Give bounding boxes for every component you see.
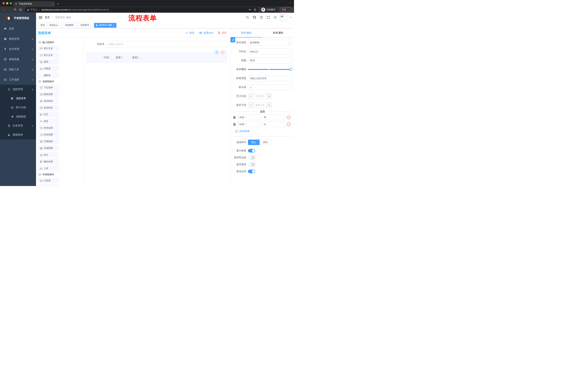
checkbox-unchecked-icon[interactable]	[128, 56, 131, 59]
copy-component-button[interactable]	[215, 50, 219, 54]
avatar[interactable]	[280, 14, 287, 21]
palette-item-date-range[interactable]: 日期范围	[38, 145, 59, 151]
palette-item-checkbox-group[interactable]: 多选框组	[38, 105, 59, 110]
add-option-button[interactable]: 添加选项	[235, 130, 292, 133]
palette-item-select[interactable]: 下拉选择	[38, 85, 59, 90]
search-icon[interactable]	[245, 15, 249, 20]
palette-item-switch[interactable]: 开关	[38, 112, 59, 117]
remove-option-button[interactable]: −	[287, 116, 291, 119]
palette-item-date-picker[interactable]: 日期选择	[38, 139, 59, 144]
sidebar-item-workflow[interactable]: 工作流程 ∧	[0, 74, 36, 85]
option-value-input[interactable]	[262, 122, 285, 127]
tab-search-caret-icon[interactable]: ˅	[290, 2, 291, 4]
not-secure-label[interactable]: 不安全	[30, 8, 37, 11]
browser-menu-dots-icon[interactable]: ⋮	[288, 8, 290, 11]
sidebar-item-process-model[interactable]: 流程模型	[0, 112, 36, 121]
sidebar-item-user-group[interactable]: 用户分组	[0, 103, 36, 112]
sidebar-item-system[interactable]: 系统管理 ∨	[0, 34, 36, 44]
palette-item-password[interactable]: 密码	[38, 59, 59, 65]
tag-close-icon[interactable]: ×	[113, 24, 115, 26]
browser-update-button[interactable]: 更新 ⋮	[280, 7, 292, 12]
breadcrumb-home[interactable]: 首页	[45, 16, 50, 19]
sidebar-item-devtools[interactable]: 研发工具 ∨	[0, 64, 36, 74]
bookmark-star-icon[interactable]	[254, 8, 257, 11]
save-button[interactable]: 保存	[185, 31, 194, 35]
tag-close-icon[interactable]: ×	[90, 24, 91, 26]
reload-button[interactable]: ⟳	[13, 7, 18, 12]
help-icon[interactable]	[259, 15, 263, 20]
increase-button[interactable]: +	[266, 93, 272, 99]
border-switch[interactable]	[248, 156, 255, 159]
sidebar-item-infrastructure[interactable]: 基础设施 ∨	[0, 54, 36, 64]
sidebar-item-process-management[interactable]: 流程管理 ∧	[0, 85, 36, 94]
gender-option-2[interactable]: 选项二	[128, 56, 139, 59]
option-value-input[interactable]	[262, 115, 285, 120]
palette-item-time-range[interactable]: 时间范围	[38, 132, 59, 138]
tab-component-props[interactable]: 组件属性	[231, 28, 262, 37]
forward-button[interactable]: →	[7, 7, 12, 12]
github-icon[interactable]	[252, 15, 256, 20]
sidebar-item-leave-query[interactable]: 请假查询	[0, 130, 36, 139]
password-key-icon[interactable]	[249, 8, 252, 11]
fullscreen-icon[interactable]	[266, 15, 270, 20]
decrease-button[interactable]: −	[248, 93, 254, 99]
required-switch[interactable]	[248, 170, 255, 173]
slider-track[interactable]	[248, 69, 292, 70]
palette-item-upload[interactable]: 上传	[38, 166, 59, 171]
tag-home[interactable]: 首页	[39, 23, 47, 28]
palette-item-cascader[interactable]: 级联选择	[38, 92, 59, 97]
default-value-input[interactable]	[248, 84, 292, 90]
style-default-button[interactable]: 默认	[248, 139, 260, 145]
max-select-value[interactable]: 最多可选	[254, 102, 266, 108]
tab-form-props[interactable]: 表单属性	[262, 28, 294, 37]
checkbox-unchecked-icon[interactable]	[112, 56, 114, 59]
delete-component-button[interactable]	[221, 50, 225, 54]
label-width-input[interactable]	[248, 75, 292, 81]
style-button-button[interactable]: 按钮	[260, 139, 271, 145]
sidebar-item-home[interactable]: 首页	[0, 24, 36, 34]
view-json-button[interactable]: 查看json	[199, 31, 213, 35]
palette-item-editor[interactable]: 编辑器	[38, 73, 59, 78]
canvas-field-gender-selected[interactable]: 性别 选项一 选项二	[86, 52, 227, 63]
drag-handle-icon[interactable]	[233, 123, 236, 126]
field-name-input[interactable]	[248, 49, 292, 54]
show-label-switch[interactable]	[248, 149, 255, 152]
phone-input[interactable]	[106, 41, 228, 47]
palette-item-slider[interactable]: 滑块	[38, 118, 59, 124]
max-select-stepper[interactable]: −最多可选+	[248, 102, 272, 108]
palette-item-radio-group[interactable]: 单选框组	[38, 98, 59, 104]
disabled-switch[interactable]	[248, 163, 255, 166]
grid-slider[interactable]	[248, 66, 292, 72]
palette-item-row-container[interactable]: 行容器	[38, 178, 59, 183]
window-controls[interactable]	[2, 2, 12, 4]
new-tab-button[interactable]: +	[57, 2, 59, 6]
palette-item-button[interactable]: 按钮	[38, 185, 59, 186]
decrease-button[interactable]: −	[248, 102, 254, 108]
zoom-window-button[interactable]	[10, 2, 12, 4]
tag-process-form[interactable]: 流程表单×	[79, 23, 93, 28]
palette-item-single-line-text[interactable]: 单行文本	[38, 46, 59, 51]
tag-process-form-edit[interactable]: 流程表单-编辑×	[94, 23, 116, 28]
tag-close-icon[interactable]: ×	[59, 24, 60, 26]
increase-button[interactable]: +	[266, 102, 272, 108]
canvas-field-phone[interactable]: 手机号	[85, 41, 228, 47]
close-window-button[interactable]	[2, 2, 5, 4]
font-size-icon[interactable]: тT	[273, 15, 277, 20]
tag-close-icon[interactable]: ×	[74, 24, 76, 26]
min-select-stepper[interactable]: −至少应选+	[248, 93, 272, 99]
tab-close-icon[interactable]: ×	[52, 2, 53, 5]
component-type-select[interactable]: 多选框组∨	[248, 40, 292, 45]
back-button[interactable]: ←	[2, 7, 7, 12]
slider-handle[interactable]	[289, 68, 292, 71]
remove-option-button[interactable]: −	[287, 122, 291, 126]
collapse-sidebar-icon[interactable]	[39, 15, 42, 20]
sidebar-item-process-form[interactable]: 流程表单	[0, 94, 36, 103]
sidebar-item-task-management[interactable]: 任务管理 ∨	[0, 121, 36, 130]
avatar-caret-icon[interactable]: ▼	[290, 17, 292, 18]
address-bar[interactable]: 不安全 | dashboard.yudao.iocoder.cn/bpm/man…	[25, 7, 259, 12]
tag-process-model[interactable]: 流程模型×	[63, 23, 77, 28]
minimize-window-button[interactable]	[6, 2, 8, 4]
palette-item-rate[interactable]: 评分	[38, 152, 59, 158]
tag-process-definition[interactable]: 流程定义×	[47, 23, 62, 28]
sidebar-item-payment[interactable]: ¥ 支付管理 ∨	[0, 44, 36, 54]
